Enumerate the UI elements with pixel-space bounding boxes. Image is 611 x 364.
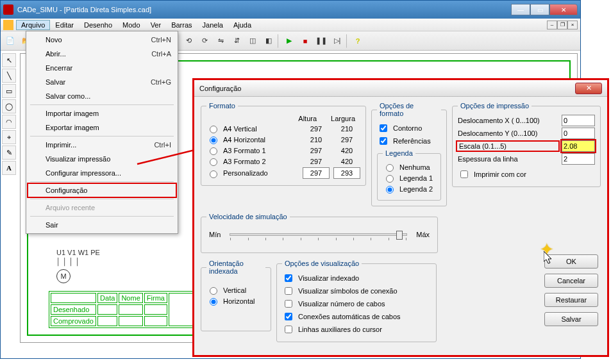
menu-item-label: Exportar imagem xyxy=(46,124,99,131)
mirror-icon[interactable]: ◫ xyxy=(246,34,260,48)
menu-editar[interactable]: Editar xyxy=(50,20,79,30)
menu-item-label: Arquivo recente xyxy=(46,204,95,211)
formato-radio-2[interactable] xyxy=(210,147,217,155)
menu-janela[interactable]: Janela xyxy=(197,20,228,30)
text-icon[interactable]: A xyxy=(2,161,16,175)
paint-icon[interactable]: ✎ xyxy=(2,145,16,160)
menu-item-label: Importar imagem xyxy=(46,110,99,117)
menu-item-novo[interactable]: NovoCtrl+N xyxy=(28,33,176,47)
rotate2-icon[interactable]: ⟳ xyxy=(197,34,212,48)
menu-ajuda[interactable]: Ajuda xyxy=(228,20,256,30)
formato-h-0: 297 xyxy=(303,125,330,133)
menu-arquivo[interactable]: Arquivo xyxy=(16,20,50,30)
vel-min-label: Mín xyxy=(209,231,221,238)
line-icon[interactable]: ╲ xyxy=(2,69,16,83)
rotate-icon[interactable]: ⟲ xyxy=(181,34,196,48)
visual-label-0: Visualizar indexado xyxy=(298,274,359,282)
menu-ver[interactable]: Ver xyxy=(146,20,167,30)
visual-check-0[interactable] xyxy=(285,274,292,282)
menu-desenho[interactable]: Desenho xyxy=(79,20,117,30)
wire-labels: U1 V1 W1 PE xyxy=(56,249,100,256)
mdi-restore[interactable]: ❐ xyxy=(557,21,567,29)
link-icon[interactable]: ⌖ xyxy=(2,130,16,144)
schematic-motor: U1 V1 W1 PE ││││ M xyxy=(56,249,100,283)
menu-item-exportar-imagem[interactable]: Exportar imagem xyxy=(28,120,176,135)
menu-barras[interactable]: Barras xyxy=(166,20,197,30)
menu-item-imprimir-[interactable]: Imprimir...Ctrl+I xyxy=(28,138,176,152)
menu-modo[interactable]: Modo xyxy=(117,20,146,30)
visual-label-1: Visualizar símbolos de conexão xyxy=(298,287,398,295)
referencias-checkbox[interactable] xyxy=(380,137,387,145)
titlebar: CADe_SIMU - [Partida Direta Simples.cad]… xyxy=(1,1,580,19)
legenda1-radio[interactable] xyxy=(386,175,394,183)
mdi-close[interactable]: × xyxy=(567,21,578,29)
menu-item-importar-imagem[interactable]: Importar imagem xyxy=(28,106,176,120)
minimize-button[interactable]: — xyxy=(511,4,530,15)
formato-largura-input[interactable] xyxy=(333,167,360,179)
flip-h-icon[interactable]: ⇋ xyxy=(213,34,228,48)
visual-check-1[interactable] xyxy=(285,287,292,295)
stop-icon[interactable]: ■ xyxy=(298,34,312,48)
dialog-close-button[interactable]: ✕ xyxy=(575,83,602,94)
menu-item-configura-o[interactable]: Configuração xyxy=(28,183,176,197)
cancel-button[interactable]: Cancelar xyxy=(544,274,598,288)
ori-vertical-radio[interactable] xyxy=(210,287,217,295)
formato-radio-4[interactable] xyxy=(210,170,217,178)
flip-v-icon[interactable]: ⇵ xyxy=(230,34,244,48)
legenda2-radio[interactable] xyxy=(386,186,394,194)
ori-horizontal-radio[interactable] xyxy=(210,298,217,306)
help-icon[interactable]: ? xyxy=(351,34,365,48)
visual-legend: Opções de visualização xyxy=(282,260,362,267)
mirror2-icon[interactable]: ◧ xyxy=(262,34,276,48)
maximize-button[interactable]: ▭ xyxy=(530,4,549,15)
desloc-y-label: Deslocamento Y (0...100) xyxy=(458,129,558,137)
ellipse-icon[interactable]: ◯ xyxy=(2,99,16,113)
close-button[interactable]: ✕ xyxy=(549,4,578,15)
rect-icon[interactable]: ▭ xyxy=(2,84,16,98)
save-button[interactable]: Salvar xyxy=(544,312,598,326)
menu-item-salvar-como-[interactable]: Salvar como... xyxy=(28,89,176,103)
menu-item-salvar[interactable]: SalvarCtrl+G xyxy=(28,75,176,89)
pointer-icon[interactable]: ↖ xyxy=(2,53,16,67)
visual-check-2[interactable] xyxy=(285,300,292,308)
menu-item-encerrar[interactable]: Encerrar xyxy=(28,61,176,75)
new-icon[interactable]: 📄 xyxy=(3,34,17,48)
menu-item-label: Configuração xyxy=(46,186,87,194)
col-altura: Altura xyxy=(298,115,317,122)
app-icon xyxy=(3,4,13,15)
menu-item-visualizar-impress-o[interactable]: Visualizar impressão xyxy=(28,152,176,166)
restore-button[interactable]: Restaurar xyxy=(544,293,598,307)
escala-label: Escala (0.1...5) xyxy=(458,142,558,150)
velocidade-slider[interactable] xyxy=(230,233,407,236)
mdi-minimize[interactable]: – xyxy=(547,21,557,29)
formato-label-3: A3 Formato 2 xyxy=(223,158,299,165)
menu-item-label: Imprimir... xyxy=(46,141,76,149)
formato-radio-0[interactable] xyxy=(210,126,217,133)
escala-input[interactable] xyxy=(562,140,595,152)
separator xyxy=(278,34,280,48)
menu-item-sair[interactable]: Sair xyxy=(28,218,176,232)
espessura-input[interactable] xyxy=(562,153,595,165)
col-largura: Largura xyxy=(331,115,355,122)
arc-icon[interactable]: ◠ xyxy=(2,115,16,129)
contorno-checkbox[interactable] xyxy=(380,124,387,132)
opcoes-formato-group: Opções de formato Contorno Referências L… xyxy=(371,102,447,206)
vertical-toolbar: ↖ ╲ ▭ ◯ ◠ ⌖ ✎ A xyxy=(2,51,17,175)
dialog-title: Configuração xyxy=(199,85,241,92)
step-icon[interactable]: ▷| xyxy=(330,34,344,48)
formato-radio-3[interactable] xyxy=(210,158,217,166)
pause-icon[interactable]: ❚❚ xyxy=(314,34,328,48)
legenda-nenhuma-radio[interactable] xyxy=(386,164,394,172)
imprimir-cor-checkbox[interactable] xyxy=(460,170,468,178)
formato-radio-1[interactable] xyxy=(210,136,217,144)
desloc-y-input[interactable] xyxy=(562,128,595,139)
menu-item-abrir-[interactable]: Abrir...Ctrl+A xyxy=(28,47,176,61)
menu-item-configurar-impressora-[interactable]: Configurar impressora... xyxy=(28,166,176,180)
opcoes-impressao-group: Opções de impressão Deslocamento X ( 0..… xyxy=(452,102,601,187)
menu-separator xyxy=(30,199,174,199)
desloc-x-input[interactable] xyxy=(562,115,595,126)
visual-check-4[interactable] xyxy=(285,326,292,333)
play-icon[interactable]: ▶ xyxy=(282,34,296,48)
formato-altura-input[interactable] xyxy=(303,167,330,179)
visual-check-3[interactable] xyxy=(285,313,292,320)
